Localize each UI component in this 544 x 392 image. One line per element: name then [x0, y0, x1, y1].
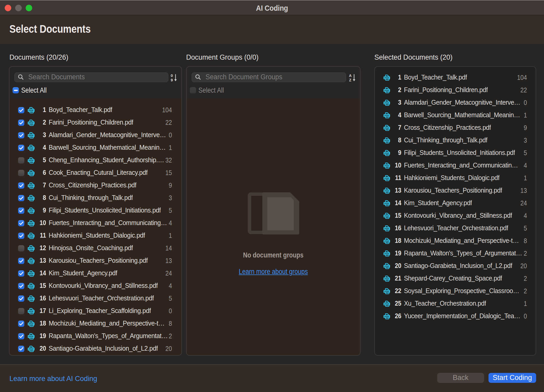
svg-text:A: A — [349, 74, 352, 78]
svg-text:9: 9 — [171, 78, 173, 82]
svg-text:Z: Z — [349, 78, 352, 82]
svg-text:0: 0 — [171, 73, 173, 78]
